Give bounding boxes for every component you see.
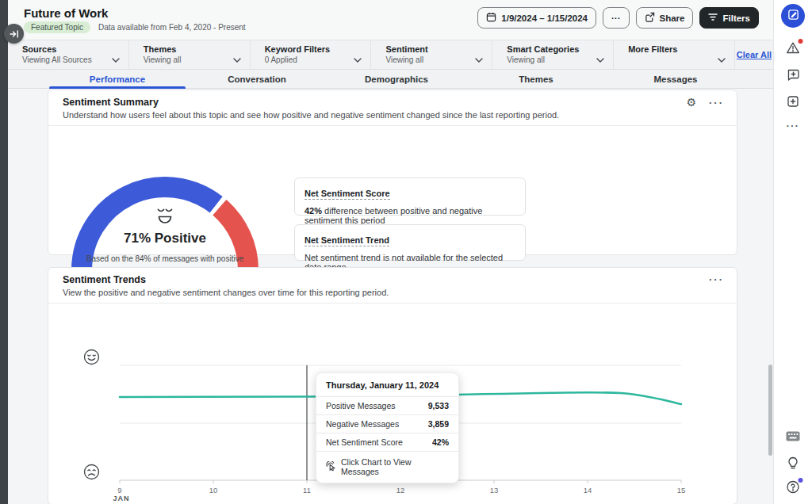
keyboard-shortcuts-button[interactable] <box>786 430 800 445</box>
filter-sentiment[interactable]: Sentiment Viewing all <box>371 40 492 69</box>
tab-bar: Performance Conversation Demographics Th… <box>8 70 773 89</box>
filter-value: Viewing all <box>385 55 471 64</box>
ellipsis-icon: ··· <box>611 13 621 23</box>
tab-conversation[interactable]: Conversation <box>187 70 327 88</box>
expand-sidebar-button[interactable] <box>4 24 24 44</box>
card-more-icon[interactable]: ··· <box>709 97 724 108</box>
chevron-down-icon <box>718 52 726 66</box>
chart-tooltip: Thursday, January 11, 2024 Positive Mess… <box>316 372 459 483</box>
chevron-down-icon <box>354 52 362 66</box>
add-icon <box>787 97 799 110</box>
tooltip-value: 9,533 <box>428 401 449 410</box>
filter-smart-categories[interactable]: Smart Categories Viewing all <box>492 40 614 69</box>
featured-topic-badge: Featured Topic <box>24 21 90 33</box>
alert-icon <box>786 41 801 58</box>
card-description: Understand how users feel about this top… <box>63 110 722 120</box>
lightbulb-icon <box>787 459 799 472</box>
tooltip-row-net-score: Net Sentiment Score 42% <box>316 433 458 452</box>
tab-messages[interactable]: Messages <box>606 70 745 88</box>
vertical-scrollbar[interactable] <box>768 365 772 456</box>
tooltip-date: Thursday, January 11, 2024 <box>316 373 458 397</box>
tooltip-value: 42% <box>432 437 449 447</box>
date-range-button[interactable]: 1/9/2024 – 1/15/2024 <box>477 7 596 29</box>
filter-value: 0 Applied <box>265 55 350 64</box>
net-sentiment-trend-title[interactable]: Net Sentiment Trend <box>304 235 389 246</box>
filter-label: Keyword Filters <box>265 44 350 54</box>
filters-label: Filters <box>722 13 750 23</box>
card-title: Sentiment Trends <box>63 274 722 285</box>
filter-value: Viewing all <box>507 55 592 64</box>
card-more-icon[interactable]: ··· <box>709 274 724 284</box>
tab-demographics[interactable]: Demographics <box>327 70 466 88</box>
click-icon <box>326 461 335 473</box>
sentiment-summary-card: Sentiment Summary Understand how users f… <box>48 90 737 255</box>
add-widget-button[interactable] <box>787 95 799 111</box>
share-icon <box>645 12 655 24</box>
tooltip-footer: Click Chart to View Messages <box>316 452 458 483</box>
tooltip-label: Net Sentiment Score <box>326 437 403 447</box>
tooltip-row-positive: Positive Messages 9,533 <box>316 397 458 415</box>
filter-label: More Filters <box>628 44 714 54</box>
gear-icon[interactable]: ⚙ <box>686 97 696 108</box>
tips-button[interactable] <box>787 456 799 473</box>
tooltip-label: Negative Messages <box>326 419 399 429</box>
clear-all-link[interactable]: Clear All <box>737 50 772 59</box>
page-title: Future of Work <box>24 6 108 20</box>
main-area: Future of Work Featured Topic Data avail… <box>8 0 773 504</box>
filter-label: Sentiment <box>385 44 471 54</box>
notification-dot <box>799 39 803 44</box>
sad-face-icon <box>83 464 100 483</box>
gauge-value-label: 71% Positive <box>66 231 264 246</box>
filter-label: Sources <box>22 44 108 54</box>
tooltip-label: Positive Messages <box>326 401 396 410</box>
net-sentiment-score-title[interactable]: Net Sentiment Score <box>304 189 390 200</box>
header-more-button[interactable]: ··· <box>603 7 630 29</box>
calendar-icon <box>486 12 496 24</box>
sentiment-trends-card: Sentiment Trends View the positive and n… <box>48 267 737 504</box>
filter-value: Viewing All Sources <box>22 55 108 64</box>
filter-keyword-filters[interactable]: Keyword Filters 0 Applied <box>251 40 372 69</box>
date-range-value: 1/9/2024 – 1/15/2024 <box>501 13 588 23</box>
filter-more-filters[interactable]: More Filters <box>614 40 735 69</box>
filter-bar: Sources Viewing All Sources Themes Viewi… <box>8 40 773 70</box>
compose-button[interactable] <box>781 4 805 28</box>
share-label: Share <box>660 13 685 23</box>
rail-more-button[interactable]: ··· <box>787 120 800 132</box>
net-sentiment-score-value: 42% <box>304 206 322 216</box>
alerts-button[interactable] <box>786 41 801 58</box>
collapsed-left-nav <box>0 0 8 504</box>
keyboard-icon <box>786 430 800 444</box>
net-sentiment-score-text: difference between positive and negative… <box>304 206 482 225</box>
chevron-down-icon <box>475 52 483 66</box>
sentiment-gauge[interactable]: 71% Positive Based on the 84% of message… <box>66 166 264 283</box>
tooltip-value: 3,859 <box>428 419 449 429</box>
card-description: View the positive and negative sentiment… <box>63 288 722 297</box>
net-sentiment-score-box: Net Sentiment Score 42% difference betwe… <box>294 178 526 216</box>
net-sentiment-trend-box: Net Sentiment Trend Net sentiment trend … <box>294 224 526 261</box>
help-icon <box>787 480 800 497</box>
filter-value: Viewing all <box>144 55 229 64</box>
share-button[interactable]: Share <box>636 7 694 29</box>
filter-sources[interactable]: Sources Viewing All Sources <box>8 40 129 69</box>
chevron-down-icon <box>233 52 241 66</box>
filters-button[interactable]: Filters <box>699 7 759 29</box>
help-button[interactable] <box>787 480 800 497</box>
filter-label: Smart Categories <box>507 44 592 54</box>
feedback-button[interactable] <box>787 68 800 85</box>
tooltip-row-negative: Negative Messages 3,859 <box>316 415 458 433</box>
happy-face-icon <box>83 349 100 368</box>
feedback-icon <box>787 71 800 84</box>
tab-themes[interactable]: Themes <box>466 70 606 88</box>
chevron-down-icon <box>596 52 604 66</box>
filter-themes[interactable]: Themes Viewing all <box>129 40 251 69</box>
grinning-face-icon <box>155 207 175 227</box>
filter-icon <box>708 13 718 23</box>
right-rail: ··· <box>773 0 812 504</box>
filter-label: Themes <box>144 44 229 54</box>
content-area: Sentiment Summary Understand how users f… <box>8 89 773 504</box>
chevron-down-icon <box>112 52 120 66</box>
compose-icon <box>787 9 799 24</box>
card-title: Sentiment Summary <box>63 97 722 108</box>
data-availability-text: Data available from Feb 4, 2020 - Presen… <box>98 23 246 32</box>
tab-performance[interactable]: Performance <box>48 70 187 88</box>
